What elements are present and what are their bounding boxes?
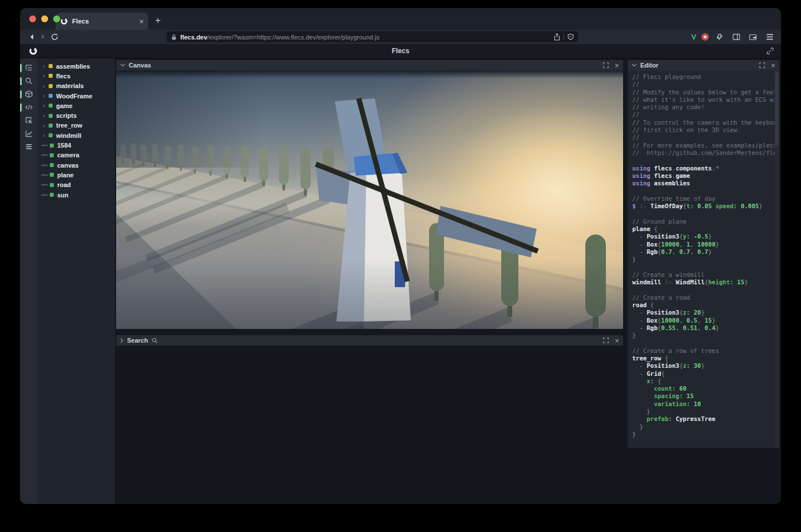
wallet-icon[interactable] [747,31,759,43]
tree-item-label: materials [56,82,84,89]
reload-button[interactable] [49,31,60,43]
tab-close-icon[interactable]: × [139,18,144,25]
extension-badge-icon[interactable] [701,33,709,41]
hierarchy-icon [25,63,33,72]
tree-item-label: sun [57,192,69,198]
code-line: // Modify the values below to get a feel… [632,89,779,96]
module-color-square [49,74,53,78]
tree-item-label: WoodFrame [56,93,92,100]
inspect-icon [25,116,33,125]
close-icon[interactable]: × [614,337,619,344]
share-icon[interactable] [554,33,560,41]
editor-scrollbar[interactable] [775,70,779,448]
browser-tab-bar: Flecs × + [20,8,781,30]
code-editor[interactable]: // Flecs playground//// Modify the value… [628,70,779,448]
url-host: flecs.dev [180,34,207,41]
entity-color-square [49,133,53,137]
code-line [632,286,779,293]
entity-color-square [49,104,53,108]
sidebar-button-search[interactable] [20,74,38,88]
sidebar-toggle-icon[interactable] [731,31,742,43]
toolbar-right-cluster: V [691,31,775,43]
canvas-panel-title: Canvas [129,62,151,69]
window-close-button[interactable] [29,15,36,22]
sidebar-button-stats[interactable] [20,127,38,140]
canvas-panel-header[interactable]: Canvas × [116,60,623,70]
back-button[interactable] [26,31,37,43]
code-line: // To control the camera with the keyboa… [632,119,779,126]
sidebar-button-code[interactable] [20,101,38,114]
close-icon[interactable]: × [614,62,619,69]
sidebar-button-inspect[interactable] [20,114,38,127]
tree-item-tree_row[interactable]: ›tree_row [38,121,115,130]
screen-background: Flecs × + flecs.dev/explorer/?wasm=https… [0,0,801,532]
sidebar-button-hierarchy[interactable] [20,61,38,74]
code-line: windmill :- WindMill{height: 15} [632,279,779,286]
new-tab-button[interactable]: + [155,15,161,26]
code-line: - Box{10000, 0.5, 15} [632,317,779,324]
tree-item-scripts[interactable]: ›scripts [38,110,115,120]
tree-item-sun[interactable]: sun [38,190,115,200]
browser-tab[interactable]: Flecs × [55,13,148,30]
share-link-icon[interactable] [766,47,774,57]
expand-caret-icon[interactable]: › [41,132,46,138]
chevron-down-icon[interactable] [632,63,637,67]
tree-item-materials[interactable]: ›materials [38,81,115,91]
brave-shield-icon[interactable] [568,33,574,41]
tree-item-game[interactable]: ›game [38,101,115,110]
expand-caret-icon[interactable]: › [41,73,46,79]
leaf-dash-icon [41,165,48,166]
window-controls [29,15,60,22]
leaf-dash-icon [41,194,48,196]
divider [564,34,564,40]
search-icon [152,338,158,344]
code-line: // Ground plane [632,218,779,225]
tree-item-canvas[interactable]: canvas [38,160,115,170]
search-panel-header[interactable]: Search × [116,335,623,346]
window-zoom-button[interactable] [53,15,60,22]
code-line: // [632,134,779,141]
code-line: // first click on the 3D view. [632,126,779,134]
tree-item-flecs[interactable]: ›flecs [38,71,115,81]
tree-item-road[interactable]: road [38,180,115,190]
tree-item-label: camera [57,152,80,158]
main-area: Canvas × Search [115,58,781,504]
chevron-right-icon[interactable] [120,338,124,343]
expand-caret-icon[interactable]: › [41,102,46,109]
code-line: - Position3{z: 30} [632,362,779,370]
expand-caret-icon[interactable]: › [41,93,46,99]
fullscreen-icon[interactable] [603,62,609,68]
tree-item-1584[interactable]: 1584 [38,140,115,150]
search-icon [25,77,33,85]
close-icon[interactable]: × [771,62,775,69]
expand-caret-icon[interactable]: › [41,122,46,129]
active-indicator [20,77,22,85]
code-line: prefab: CypressTree [632,415,779,423]
fullscreen-icon[interactable] [759,62,765,68]
fullscreen-icon[interactable] [603,338,609,343]
tree-item-camera[interactable]: camera [38,150,115,160]
entity-color-square [49,114,53,118]
entity-color-square [50,173,54,177]
tree-item-windmill[interactable]: ›windmill [38,130,115,140]
sidebar-button-cube[interactable] [20,88,38,101]
vue-devtools-icon[interactable]: V [691,33,696,41]
editor-panel-header[interactable]: Editor × [628,60,779,70]
tree-item-assemblies[interactable]: ›assemblies [38,61,115,71]
canvas-3d-scene[interactable] [116,70,623,329]
expand-caret-icon[interactable]: › [41,83,46,89]
stats-icon [25,129,33,138]
expand-caret-icon[interactable]: › [41,63,46,69]
sidebar-button-logs[interactable] [20,140,38,153]
forward-button[interactable] [37,31,49,43]
address-bar[interactable]: flecs.dev/explorer/?wasm=https://www.fle… [166,31,578,42]
extensions-puzzle-icon[interactable] [714,31,725,43]
window-minimize-button[interactable] [41,15,48,22]
editor-panel-title: Editor [640,62,659,69]
browser-toolbar: flecs.dev/explorer/?wasm=https://www.fle… [20,30,781,44]
menu-icon[interactable] [764,31,775,43]
tree-item-plane[interactable]: plane [38,170,115,180]
tree-item-WoodFrame[interactable]: ›WoodFrame [38,91,115,101]
chevron-down-icon[interactable] [120,63,125,67]
expand-caret-icon[interactable]: › [41,113,46,119]
